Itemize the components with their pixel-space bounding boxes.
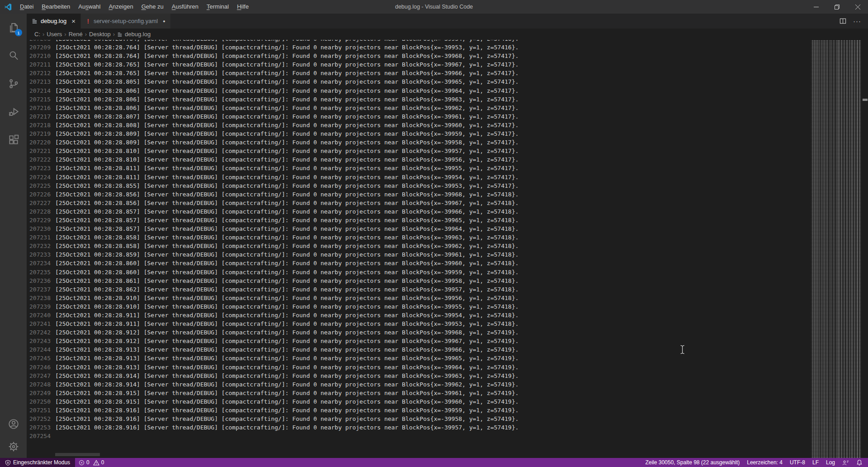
breadcrumb-segment[interactable]: Desktop bbox=[89, 31, 111, 38]
line-number: 207249 bbox=[27, 389, 51, 397]
settings-button[interactable] bbox=[0, 435, 27, 458]
menu-hilfe[interactable]: Hilfe bbox=[233, 0, 253, 14]
breadcrumb-segment[interactable]: C: bbox=[34, 31, 40, 38]
more-actions-icon[interactable]: ··· bbox=[853, 17, 861, 25]
feedback-button[interactable] bbox=[839, 458, 853, 467]
log-line-text: [25Oct2021 00:28:28.862] [Server thread/… bbox=[55, 285, 519, 294]
horizontal-scrollbar-thumb[interactable] bbox=[55, 453, 100, 456]
log-line: 207227[25Oct2021 00:28:28.856] [Server t… bbox=[27, 199, 811, 207]
log-line: 207236[25Oct2021 00:28:28.861] [Server t… bbox=[27, 276, 811, 285]
line-number: 207245 bbox=[27, 354, 51, 362]
log-line-text: [25Oct2021 00:28:28.914] [Server thread/… bbox=[55, 380, 519, 389]
log-line: 207238[25Oct2021 00:28:28.910] [Server t… bbox=[27, 294, 811, 302]
eol-button[interactable]: LF bbox=[809, 458, 822, 467]
sidebar-item-run-debug[interactable] bbox=[0, 98, 27, 126]
tab-server-setup-config[interactable]: ! server-setup-config.yaml ● bbox=[81, 14, 170, 29]
log-line: 207220[25Oct2021 00:28:28.809] [Server t… bbox=[27, 138, 811, 147]
log-line-text: [25Oct2021 00:28:28.809] [Server thread/… bbox=[55, 138, 519, 147]
split-editor-icon[interactable] bbox=[840, 18, 846, 24]
notifications-button[interactable] bbox=[853, 458, 866, 467]
tab-debug-log[interactable]: debug.log × bbox=[27, 14, 80, 29]
encoding-button[interactable]: UTF-8 bbox=[786, 458, 809, 467]
log-line: 207208[25Oct2021 00:28:28.764] [Server t… bbox=[27, 40, 811, 43]
sidebar-item-source-control[interactable] bbox=[0, 70, 27, 98]
log-line: 207254 bbox=[27, 432, 811, 440]
menu-auswahl[interactable]: Auswahl bbox=[74, 0, 104, 14]
log-file-icon bbox=[32, 18, 38, 24]
menu-anzeigen[interactable]: Anzeigen bbox=[104, 0, 137, 14]
log-line-text: [25Oct2021 00:28:28.916] [Server thread/… bbox=[55, 406, 519, 415]
overview-ruler-scrollbar[interactable] bbox=[862, 40, 868, 458]
breadcrumb-separator: › bbox=[64, 31, 66, 38]
breadcrumb-file[interactable]: debug.log bbox=[125, 31, 151, 38]
log-line-text: [25Oct2021 00:28:28.859] [Server thread/… bbox=[55, 250, 519, 259]
menu-datei[interactable]: Datei bbox=[16, 0, 38, 14]
log-line-text: [25Oct2021 00:28:28.915] [Server thread/… bbox=[55, 397, 519, 406]
log-line: 207214[25Oct2021 00:28:28.806] [Server t… bbox=[27, 86, 811, 95]
title-bar: DateiBearbeitenAuswahlAnzeigenGehe zuAus… bbox=[0, 0, 868, 14]
log-line: 207216[25Oct2021 00:28:28.806] [Server t… bbox=[27, 104, 811, 112]
log-line: 207212[25Oct2021 00:28:28.765] [Server t… bbox=[27, 69, 811, 77]
feedback-icon bbox=[842, 460, 849, 466]
sidebar-item-search[interactable] bbox=[0, 42, 27, 70]
indentation-button[interactable]: Leerzeichen: 4 bbox=[743, 458, 786, 467]
log-line: 207253[25Oct2021 00:28:28.916] [Server t… bbox=[27, 423, 811, 432]
menu-gehezu[interactable]: Gehe zu bbox=[137, 0, 168, 14]
log-line-text: [25Oct2021 00:28:28.765] [Server thread/… bbox=[55, 60, 519, 69]
sidebar-item-explorer[interactable]: 1 bbox=[0, 14, 27, 42]
log-line: 207219[25Oct2021 00:28:28.809] [Server t… bbox=[27, 129, 811, 138]
code-editor[interactable]: 207208[25Oct2021 00:28:28.764] [Server t… bbox=[27, 40, 868, 458]
editor-region: debug.log × ! server-setup-config.yaml ●… bbox=[27, 14, 868, 458]
log-line: 207246[25Oct2021 00:28:28.913] [Server t… bbox=[27, 363, 811, 372]
menu-ausfhren[interactable]: Ausführen bbox=[168, 0, 203, 14]
breadcrumb-separator: › bbox=[42, 31, 44, 38]
log-line-text: [25Oct2021 00:28:28.808] [Server thread/… bbox=[55, 121, 519, 129]
log-line-text: [25Oct2021 00:28:28.916] [Server thread/… bbox=[55, 423, 519, 432]
minimize-button[interactable] bbox=[806, 0, 826, 14]
menu-bearbeiten[interactable]: Bearbeiten bbox=[38, 0, 74, 14]
line-number: 207214 bbox=[27, 86, 51, 95]
run-debug-icon bbox=[8, 106, 19, 118]
line-number: 207240 bbox=[27, 311, 51, 319]
restricted-mode-button[interactable]: Eingeschränkter Modus bbox=[0, 458, 75, 467]
log-line-text: [25Oct2021 00:28:28.913] [Server thread/… bbox=[55, 345, 519, 354]
log-line-text: [25Oct2021 00:28:28.856] [Server thread/… bbox=[55, 190, 519, 199]
log-line: 207210[25Oct2021 00:28:28.764] [Server t… bbox=[27, 52, 811, 60]
activity-bar-bottom bbox=[0, 413, 27, 458]
log-line: 207223[25Oct2021 00:28:28.811] [Server t… bbox=[27, 164, 811, 172]
log-line-text: [25Oct2021 00:28:28.809] [Server thread/… bbox=[55, 129, 519, 138]
line-number: 207223 bbox=[27, 164, 51, 172]
breadcrumb-segment[interactable]: René bbox=[69, 31, 83, 38]
line-number: 207237 bbox=[27, 285, 51, 294]
close-tab-icon[interactable]: × bbox=[71, 17, 75, 25]
log-line: 207225[25Oct2021 00:28:28.855] [Server t… bbox=[27, 181, 811, 190]
log-line: 207222[25Oct2021 00:28:28.810] [Server t… bbox=[27, 155, 811, 164]
breadcrumb-segment[interactable]: Users bbox=[47, 31, 62, 38]
log-line: 207234[25Oct2021 00:28:28.860] [Server t… bbox=[27, 259, 811, 267]
log-line: 207211[25Oct2021 00:28:28.765] [Server t… bbox=[27, 60, 811, 69]
cursor-position-button[interactable]: Zeile 30050, Spalte 98 (22 ausgewählt) bbox=[642, 458, 743, 467]
problems-button[interactable]: 0 0 bbox=[75, 458, 108, 467]
restore-button[interactable] bbox=[826, 0, 847, 14]
log-line: 207249[25Oct2021 00:28:28.915] [Server t… bbox=[27, 389, 811, 397]
log-line-text: [25Oct2021 00:28:28.910] [Server thread/… bbox=[55, 302, 519, 311]
log-line-text: [25Oct2021 00:28:28.858] [Server thread/… bbox=[55, 233, 519, 242]
line-number: 207232 bbox=[27, 242, 51, 250]
line-number: 207235 bbox=[27, 268, 51, 276]
log-line-text: [25Oct2021 00:28:28.916] [Server thread/… bbox=[55, 415, 519, 423]
log-line-text: [25Oct2021 00:28:28.910] [Server thread/… bbox=[55, 294, 519, 302]
minimize-icon bbox=[814, 5, 819, 10]
line-number: 207238 bbox=[27, 294, 51, 302]
line-number: 207211 bbox=[27, 60, 51, 69]
log-line: 207240[25Oct2021 00:28:28.911] [Server t… bbox=[27, 311, 811, 319]
sidebar-item-extensions[interactable] bbox=[0, 126, 27, 154]
source-control-icon bbox=[8, 78, 19, 90]
tab-label: debug.log bbox=[41, 18, 66, 24]
menu-terminal[interactable]: Terminal bbox=[203, 0, 233, 14]
language-mode-button[interactable]: Log bbox=[822, 458, 839, 467]
minimap[interactable] bbox=[811, 40, 862, 458]
warnings-count: 0 bbox=[101, 459, 104, 466]
account-button[interactable] bbox=[0, 413, 27, 435]
log-line-text: [25Oct2021 00:28:28.912] [Server thread/… bbox=[55, 328, 519, 337]
close-window-button[interactable] bbox=[847, 0, 868, 14]
